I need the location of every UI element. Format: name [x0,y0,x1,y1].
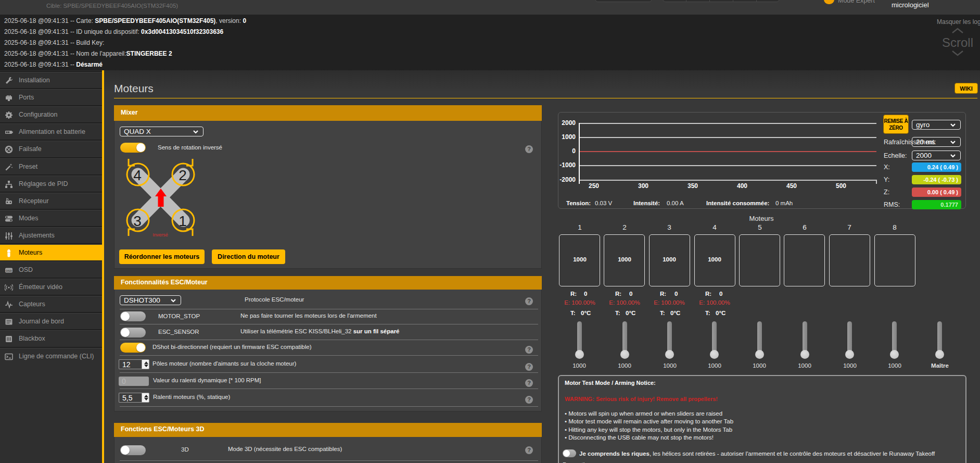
svg-text:3: 3 [133,213,142,229]
svg-text:1: 1 [179,213,187,229]
svg-text:OSD: OSD [6,269,12,272]
svg-text:4: 4 [133,167,142,183]
svg-text:2: 2 [179,167,187,183]
svg-text:Inversé: Inversé [152,232,168,237]
svg-text:Scroll: Scroll [942,35,973,49]
